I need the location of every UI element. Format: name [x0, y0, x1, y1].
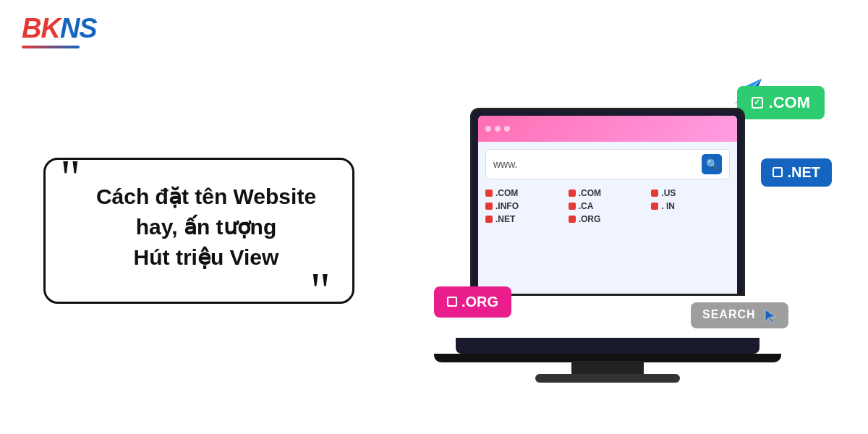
browser-dot-2: [495, 126, 501, 132]
badge-net-label: .NET: [787, 164, 820, 181]
domain-dot-icon: [569, 216, 576, 223]
header: BK NS: [0, 0, 868, 48]
domain-item-6: . IN: [651, 201, 730, 211]
logo-ns: NS: [60, 13, 97, 44]
search-bar[interactable]: www. 🔍: [485, 149, 730, 179]
domain-dot-icon: [569, 203, 576, 210]
domain-label-1: .COM: [495, 188, 518, 198]
svg-marker-2: [765, 310, 775, 323]
domain-label-2: .COM: [579, 188, 601, 198]
logo: BK NS: [22, 13, 846, 48]
domain-item-4: .INFO: [485, 201, 564, 211]
quote-section: " Cách đặt tên Website hay, ấn tượng Hút…: [43, 158, 354, 304]
badge-search: SEARCH: [691, 302, 788, 328]
quote-open-icon: ": [60, 153, 81, 203]
domain-dot-icon: [651, 203, 658, 210]
search-www-label: www.: [493, 158, 696, 170]
browser-dot-1: [485, 126, 491, 132]
domain-label-4: .INFO: [495, 201, 519, 211]
browser-dot-3: [504, 126, 510, 132]
logo-bk: BK: [22, 13, 60, 44]
badge-org-square-icon: [447, 297, 457, 307]
badge-com-checkbox-icon: ✓: [752, 97, 763, 109]
laptop-base: [456, 338, 760, 354]
domain-label-6: . IN: [661, 201, 675, 211]
domain-label-5: .CA: [579, 201, 594, 211]
badge-org: .ORG: [434, 286, 511, 318]
domain-item-7: .NET: [485, 214, 564, 224]
domain-dot-icon: [485, 203, 493, 210]
domain-dot-icon: [485, 190, 493, 197]
domain-label-8: .ORG: [579, 214, 601, 224]
domain-item-1: .COM: [485, 188, 564, 198]
browser-bar: [478, 116, 737, 142]
domain-item-3: .US: [651, 188, 730, 198]
domain-item-8: .ORG: [569, 214, 647, 224]
laptop-screen-outer: www. 🔍 .COM .COM: [470, 108, 745, 296]
badge-net-square-icon: [773, 167, 783, 177]
search-icon[interactable]: 🔍: [702, 154, 722, 174]
domain-label-7: .NET: [495, 214, 515, 224]
domain-dot-icon: [485, 216, 493, 223]
main-content: " Cách đặt tên Website hay, ấn tượng Hút…: [0, 48, 868, 434]
domain-dot-icon: [651, 190, 658, 197]
domain-label-3: .US: [661, 188, 676, 198]
laptop-stand: [571, 361, 644, 374]
domain-list: .COM .COM .US .INFO: [478, 185, 737, 227]
domain-item-5: .CA: [569, 201, 647, 211]
domain-dot-icon: [569, 190, 576, 197]
badge-org-label: .ORG: [461, 294, 498, 310]
cursor-icon: [764, 308, 777, 323]
laptop-illustration: ✓ .COM .NET www.: [391, 64, 825, 397]
quote-line1: Cách đặt tên Website: [89, 182, 323, 212]
badge-com-top-label: .COM: [769, 93, 810, 112]
badge-net: .NET: [761, 158, 832, 187]
quote-close-icon: ": [310, 265, 331, 316]
quote-line3: Hút triệu View: [89, 242, 323, 273]
laptop-screen-inner: www. 🔍 .COM .COM: [478, 116, 737, 294]
quote-text: Cách đặt tên Website hay, ấn tượng Hút t…: [89, 182, 323, 273]
quote-line2: hay, ấn tượng: [89, 212, 323, 242]
badge-search-label: SEARCH: [702, 308, 756, 320]
quote-box: " Cách đặt tên Website hay, ấn tượng Hút…: [43, 158, 354, 304]
domain-item-2: .COM: [569, 188, 647, 198]
laptop-foot: [535, 374, 680, 383]
